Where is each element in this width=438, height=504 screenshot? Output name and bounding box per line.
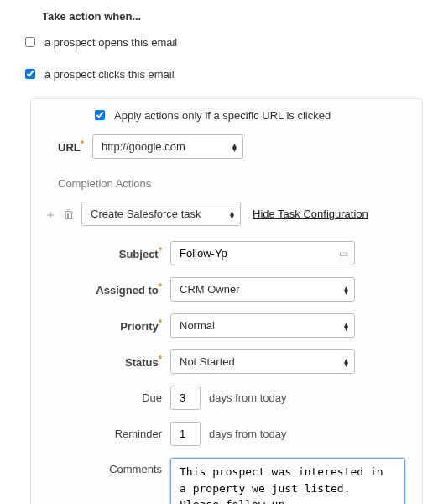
trigger-clicks-checkbox[interactable] [25, 69, 35, 79]
url-row: URL* http://google.com ▴▾ [58, 134, 409, 159]
url-select[interactable]: http://google.com [92, 134, 243, 159]
status-row: Status* Not Started ▴▾ [44, 349, 409, 374]
reminder-suffix: days from today [209, 428, 287, 440]
assigned-row: Assigned to* CRM Owner ▴▾ [44, 277, 409, 302]
status-select[interactable]: Not Started [170, 349, 355, 374]
action-type-select[interactable]: Create Salesforce task [81, 202, 241, 226]
add-action-icon[interactable]: ＋ [44, 208, 56, 220]
reminder-label: Reminder [44, 428, 162, 440]
comments-row: Comments [44, 458, 409, 504]
priority-label: Priority* [44, 318, 162, 333]
subject-label: Subject* [44, 245, 162, 260]
comments-textarea[interactable] [170, 458, 405, 504]
completion-action-row: ＋ 🗑 Create Salesforce task ▴▾ Hide Task … [44, 202, 409, 226]
assigned-select[interactable]: CRM Owner [170, 277, 355, 302]
completion-actions-title: Completion Actions [58, 177, 409, 190]
subject-row: Subject* ▭ [44, 241, 409, 265]
subject-input[interactable] [170, 241, 355, 265]
click-actions-panel: Apply actions only if a specific URL is … [30, 98, 423, 504]
hide-task-config-link[interactable]: Hide Task Configuration [253, 207, 368, 220]
section-heading: Take action when... [42, 10, 423, 23]
trigger-opens-checkbox[interactable] [25, 37, 35, 47]
apply-url-row: Apply actions only if a specific URL is … [91, 108, 409, 123]
due-input[interactable] [170, 386, 201, 410]
status-label: Status* [44, 354, 162, 369]
trigger-opens-row: a prospect opens this email [22, 34, 423, 50]
assigned-label: Assigned to* [44, 281, 162, 297]
priority-select[interactable]: Normal [170, 313, 355, 338]
due-label: Due [44, 391, 162, 404]
trigger-clicks-row: a prospect clicks this email [22, 66, 423, 81]
reminder-input[interactable] [170, 422, 201, 446]
apply-url-label: Apply actions only if a specific URL is … [114, 109, 331, 122]
due-row: Due days from today [44, 386, 409, 410]
priority-row: Priority* Normal ▴▾ [44, 313, 409, 338]
apply-url-checkbox[interactable] [95, 110, 105, 120]
delete-action-icon[interactable]: 🗑 [63, 208, 75, 220]
url-label: URL* [58, 139, 84, 154]
due-suffix: days from today [209, 391, 287, 404]
trigger-opens-label: a prospect opens this email [44, 36, 177, 49]
trigger-clicks-label: a prospect clicks this email [44, 68, 175, 81]
reminder-row: Reminder days from today [44, 422, 409, 446]
comments-label: Comments [44, 458, 162, 475]
